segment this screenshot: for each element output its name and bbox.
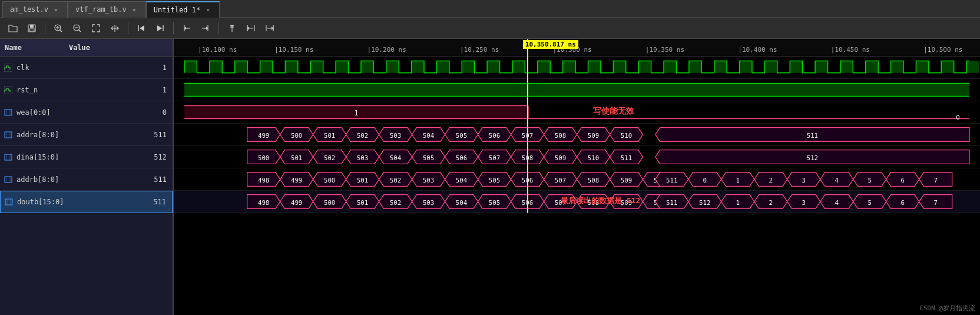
tab-am-test[interactable]: am_test.v ✕	[2, 1, 68, 18]
svg-text:506: 506	[456, 154, 467, 162]
svg-rect-58	[714, 61, 727, 72]
signal-row-rst-n[interactable]: rst_n 1	[0, 79, 173, 101]
addra-icon	[4, 130, 13, 140]
tab-bar: am_test.v ✕ vtf_ram_tb.v ✕ Untitled 1* ✕	[0, 0, 980, 18]
signal-row-dina[interactable]: dina[15:0] 512	[0, 146, 173, 168]
signal-panel: Name Value clk 1 rst_n 1 wea[0:0] 0	[0, 39, 174, 315]
svg-text:7: 7	[933, 199, 937, 207]
svg-rect-63	[588, 61, 600, 72]
svg-rect-39	[5, 154, 12, 160]
svg-line-4	[60, 29, 62, 32]
svg-rect-79	[184, 61, 197, 72]
svg-text:6: 6	[900, 199, 904, 207]
prev-edge-button[interactable]	[178, 21, 195, 36]
svg-rect-80	[184, 83, 969, 96]
svg-text:501: 501	[357, 199, 368, 207]
svg-rect-64	[563, 61, 575, 72]
svg-text:502: 502	[390, 199, 401, 207]
svg-text:511: 511	[666, 199, 677, 207]
svg-text:7: 7	[933, 177, 937, 184]
tab-vtf-ram[interactable]: vtf_ram_tb.v ✕	[68, 1, 146, 18]
svg-text:2: 2	[769, 177, 773, 184]
svg-rect-67	[487, 61, 499, 72]
clk-icon	[4, 63, 13, 72]
dina-icon	[4, 152, 13, 162]
go-start-button[interactable]	[133, 21, 150, 36]
open-button[interactable]	[5, 21, 21, 36]
svg-rect-52	[866, 61, 878, 72]
signal-name-doutb: doutb[15:0]	[17, 198, 135, 206]
time-label: |10,200 ns	[368, 46, 406, 54]
watermark: CSDN @岁月指尖流	[919, 304, 975, 313]
fit-button[interactable]	[88, 21, 104, 36]
svg-text:505: 505	[456, 132, 467, 140]
tab-untitled[interactable]: Untitled 1* ✕	[146, 1, 220, 18]
svg-text:511: 511	[666, 177, 677, 184]
svg-text:503: 503	[423, 199, 434, 207]
svg-text:501: 501	[291, 154, 302, 162]
svg-rect-59	[689, 61, 701, 72]
waveform-row-dina: 500501502503504505506507508509510511512	[174, 146, 980, 168]
time-label: |10,500 ns	[923, 46, 962, 54]
svg-text:4: 4	[835, 177, 838, 184]
svg-text:5: 5	[868, 177, 871, 184]
signal-row-addrb[interactable]: addrb[8:0] 511	[0, 168, 173, 191]
signal-value-doutb: 511	[139, 198, 168, 206]
svg-rect-36	[5, 132, 12, 138]
svg-text:0: 0	[703, 177, 707, 184]
addrb-icon	[4, 175, 13, 184]
signal-row-clk[interactable]: clk 1	[0, 57, 173, 79]
svg-rect-75	[285, 61, 297, 72]
signal-value-dina: 512	[140, 153, 169, 161]
time-label: |10,250 ns	[460, 46, 499, 54]
svg-text:503: 503	[423, 177, 434, 184]
add-marker-button[interactable]	[224, 21, 240, 36]
waveform-area[interactable]: |10,100 ns|10,150 ns|10,200 ns|10,250 ns…	[174, 39, 980, 315]
time-label: |10,150 ns	[274, 46, 313, 54]
zoom-in-button[interactable]	[50, 21, 67, 36]
svg-rect-60	[664, 61, 676, 72]
save-button[interactable]	[24, 21, 40, 36]
svg-text:507: 507	[489, 154, 500, 162]
svg-text:504: 504	[456, 199, 467, 207]
svg-rect-74	[310, 61, 323, 72]
signal-value-addra: 511	[140, 131, 169, 139]
annotation-last-read: 最后读出的数据是 512	[561, 195, 640, 299]
move-button[interactable]	[107, 21, 123, 36]
svg-rect-55	[790, 61, 802, 72]
go-end-button[interactable]	[152, 21, 168, 36]
svg-text:4: 4	[835, 199, 838, 207]
svg-rect-62	[613, 61, 625, 72]
svg-text:5: 5	[868, 199, 871, 207]
next-marker-button[interactable]	[261, 21, 278, 36]
svg-text:1: 1	[736, 177, 740, 184]
time-label: |10,400 ns	[738, 46, 777, 54]
svg-text:510: 510	[588, 154, 599, 162]
svg-text:506: 506	[489, 132, 500, 140]
tab-close-am-test[interactable]: ✕	[52, 5, 60, 14]
svg-text:501: 501	[357, 177, 368, 184]
zoom-out-button[interactable]	[69, 21, 85, 36]
svg-rect-1	[30, 25, 34, 28]
signal-name-addra: addra[8:0]	[16, 131, 136, 139]
tab-label: vtf_ram_tb.v	[75, 5, 127, 14]
signal-row-addra[interactable]: addra[8:0] 511	[0, 124, 173, 146]
svg-text:510: 510	[621, 132, 632, 140]
next-edge-button[interactable]	[197, 21, 214, 36]
svg-rect-2	[29, 29, 34, 31]
svg-rect-66	[512, 61, 525, 72]
time-label: |10,100 ns	[198, 46, 237, 54]
svg-text:501: 501	[324, 132, 335, 140]
signal-name-clk: clk	[16, 64, 136, 72]
signal-row-wea[interactable]: wea[0:0] 0	[0, 101, 173, 124]
svg-text:502: 502	[357, 132, 368, 140]
tab-close-vtf-ram[interactable]: ✕	[130, 5, 138, 14]
svg-rect-45	[5, 199, 12, 205]
svg-text:512: 512	[807, 154, 818, 162]
prev-marker-button[interactable]	[243, 21, 259, 36]
svg-text:0: 0	[956, 114, 959, 121]
svg-text:509: 509	[621, 177, 632, 184]
signal-row-doutb[interactable]: doutb[15:0] 511	[0, 191, 173, 213]
svg-text:504: 504	[456, 177, 467, 184]
tab-close-untitled[interactable]: ✕	[204, 6, 212, 14]
